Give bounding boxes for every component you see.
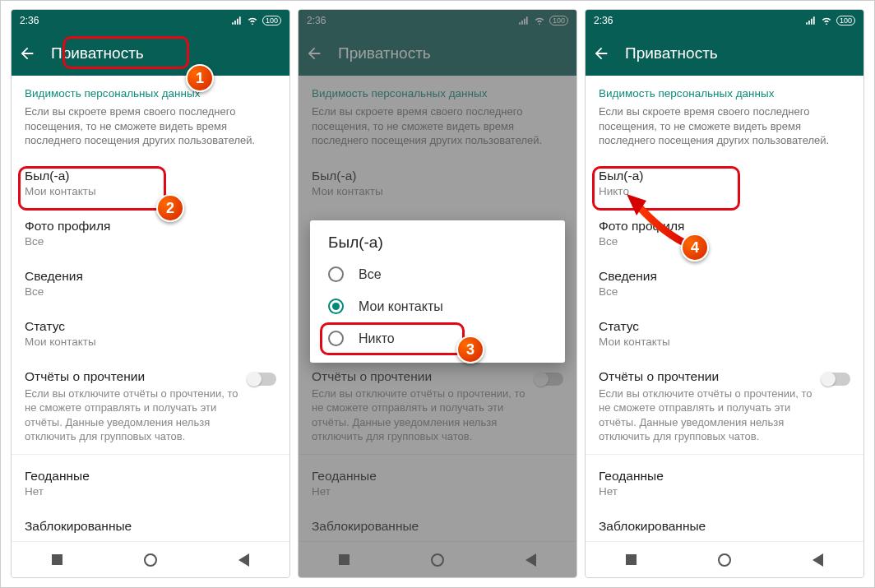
item-value: Мои контакты xyxy=(25,336,276,348)
divider xyxy=(586,454,863,455)
item-value: Нет xyxy=(599,485,850,498)
divider xyxy=(12,454,289,455)
item-label: Статус xyxy=(25,319,276,334)
dialog-title: Был(-а) xyxy=(313,232,562,258)
toggle-switch[interactable] xyxy=(248,373,276,386)
item-label: Был(-а) xyxy=(599,169,850,183)
nav-home-icon[interactable] xyxy=(718,553,731,567)
item-label: Сведения xyxy=(25,269,276,284)
radio-option-all[interactable]: Все xyxy=(313,258,562,290)
toggle-switch[interactable] xyxy=(822,373,850,386)
item-read-receipts[interactable]: Отчёты о прочтении Если вы отключите отч… xyxy=(12,359,289,451)
item-label: Фото профиля xyxy=(25,219,276,234)
item-label: Заблокированные xyxy=(25,519,276,534)
item-label: Статус xyxy=(599,319,850,334)
radio-icon xyxy=(328,331,344,346)
item-label: Геоданные xyxy=(599,469,850,484)
item-label: Геоданные xyxy=(25,469,276,484)
section-title: Видимость персональных данных xyxy=(586,76,863,103)
section-title: Видимость персональных данных xyxy=(12,76,289,103)
item-status[interactable]: Статус Мои контакты xyxy=(12,308,289,359)
battery-icon: 100 xyxy=(836,16,855,25)
status-bar: 2:36 100 xyxy=(586,10,863,31)
item-desc: Если вы отключите отчёты о прочтении, то… xyxy=(25,387,240,444)
dialog-last-seen: Был(-а) Все Мои контакты Никто xyxy=(310,220,565,363)
wifi-icon xyxy=(247,15,258,26)
section-desc: Если вы скроете время своего последнего … xyxy=(12,103,289,158)
item-status[interactable]: Статус Мои контакты xyxy=(586,308,863,359)
item-live-location[interactable]: Геоданные Нет xyxy=(12,458,289,508)
item-label: Заблокированные xyxy=(599,519,850,534)
item-read-receipts[interactable]: Отчёты о прочтении Если вы отключите отч… xyxy=(586,359,863,451)
nav-bar xyxy=(586,541,863,577)
item-value: Все xyxy=(25,285,276,298)
app-bar: Приватность xyxy=(12,31,289,76)
item-about[interactable]: Сведения Все xyxy=(586,258,863,308)
nav-back-icon[interactable] xyxy=(238,553,249,567)
item-value: Все xyxy=(599,285,850,298)
item-about[interactable]: Сведения Все xyxy=(12,258,289,308)
nav-recents-icon[interactable] xyxy=(626,554,637,565)
radio-icon xyxy=(328,266,344,282)
wifi-icon xyxy=(821,15,832,26)
section-desc: Если вы скроете время своего последнего … xyxy=(586,103,863,158)
signal-icon xyxy=(231,15,243,26)
item-value: Мои контакты xyxy=(25,185,276,197)
item-last-seen[interactable]: Был(-а) Никто xyxy=(586,158,863,208)
item-label: Сведения xyxy=(599,269,850,284)
item-value: Мои контакты xyxy=(599,336,850,348)
nav-home-icon[interactable] xyxy=(144,553,157,567)
phone-screen-2: 2:36 100 Приватность Видимость персональ… xyxy=(298,9,577,578)
item-blocked[interactable]: Заблокированные xyxy=(12,508,289,541)
status-time: 2:36 xyxy=(20,15,39,26)
radio-label: Все xyxy=(359,267,382,282)
radio-label: Мои контакты xyxy=(359,299,443,314)
radio-option-nobody[interactable]: Никто xyxy=(313,322,562,354)
content: Видимость персональных данных Если вы ск… xyxy=(12,76,289,541)
item-value: Все xyxy=(25,235,276,248)
item-value: Нет xyxy=(25,485,276,498)
item-value: Все xyxy=(599,235,850,248)
phone-screen-1: 2:36 100 Приватность Видимость персональ… xyxy=(11,9,290,578)
signal-icon xyxy=(805,15,817,26)
item-label: Отчёты о прочтении xyxy=(25,369,240,384)
item-last-seen[interactable]: Был(-а) Мои контакты xyxy=(12,158,289,208)
nav-recents-icon[interactable] xyxy=(52,554,62,565)
page-title: Приватность xyxy=(51,44,144,63)
back-icon[interactable] xyxy=(18,44,36,63)
radio-icon xyxy=(328,299,344,314)
item-profile-photo[interactable]: Фото профиля Все xyxy=(12,208,289,258)
nav-bar xyxy=(12,541,289,577)
page-title: Приватность xyxy=(625,44,718,63)
status-right: 100 xyxy=(805,15,855,26)
item-label: Был(-а) xyxy=(25,169,276,183)
phone-screen-3: 2:36 100 Приватность Видимость персональ… xyxy=(585,9,864,578)
status-right: 100 xyxy=(231,15,281,26)
content: Видимость персональных данных Если вы ск… xyxy=(586,76,863,541)
status-time: 2:36 xyxy=(594,15,613,26)
item-value: Никто xyxy=(599,185,850,197)
status-bar: 2:36 100 xyxy=(12,10,289,31)
item-desc: Если вы отключите отчёты о прочтении, то… xyxy=(599,387,814,444)
item-live-location[interactable]: Геоданные Нет xyxy=(586,458,863,508)
item-label: Фото профиля xyxy=(599,219,850,234)
radio-option-contacts[interactable]: Мои контакты xyxy=(313,290,562,322)
nav-back-icon[interactable] xyxy=(812,553,823,567)
battery-icon: 100 xyxy=(262,16,281,25)
app-bar: Приватность xyxy=(586,31,863,76)
back-icon[interactable] xyxy=(592,44,610,63)
item-label: Отчёты о прочтении xyxy=(599,369,814,384)
radio-label: Никто xyxy=(359,331,395,346)
item-blocked[interactable]: Заблокированные xyxy=(586,508,863,541)
item-profile-photo[interactable]: Фото профиля Все xyxy=(586,208,863,258)
